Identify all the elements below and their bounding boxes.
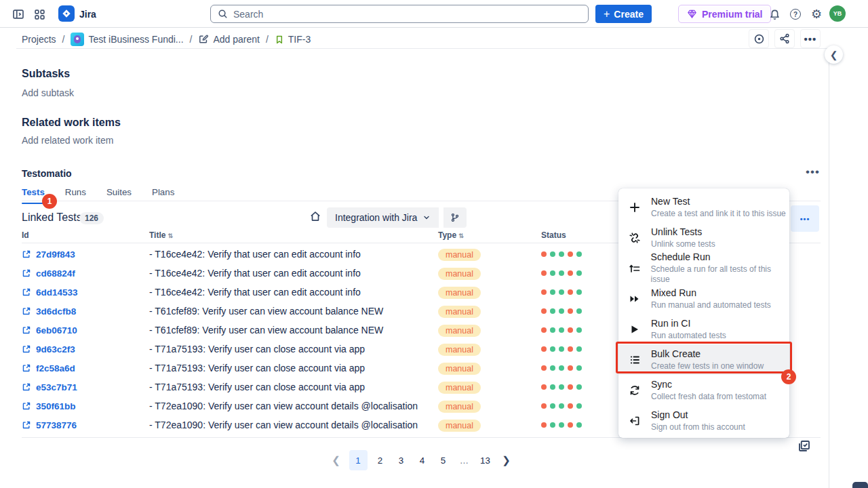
test-id-link[interactable]: 27d9f843 bbox=[22, 249, 149, 260]
menu-item-bulk-create[interactable]: Bulk CreateCreate few tests in one windo… bbox=[618, 344, 789, 375]
linked-tests-more-icon[interactable]: ••• bbox=[791, 205, 819, 232]
test-id-link[interactable]: e53c7b71 bbox=[22, 382, 149, 392]
pagination-page-2[interactable]: 2 bbox=[372, 450, 389, 470]
linked-tests-count-badge: 126 bbox=[79, 212, 104, 224]
settings-gear-icon[interactable]: ⚙ bbox=[809, 7, 824, 21]
test-id-link[interactable]: 6dd14533 bbox=[22, 287, 149, 298]
menu-item-title: Bulk Create bbox=[651, 348, 764, 360]
pagination: ❮12345…13❯ bbox=[22, 450, 821, 470]
tab-plans[interactable]: Plans bbox=[152, 187, 174, 204]
menu-item-new-test[interactable]: New TestCreate a test and link it it to … bbox=[618, 192, 789, 222]
project-selector-dropdown[interactable]: Integration with Jira bbox=[327, 207, 439, 228]
search-icon bbox=[218, 9, 228, 19]
menu-item-unlink-tests[interactable]: Unlink TestsUnlink some tests bbox=[618, 222, 789, 253]
menu-item-mixed-run[interactable]: Mixed RunRun manual and automated tests bbox=[618, 283, 789, 314]
breadcrumb-issue[interactable]: TIF-3 bbox=[275, 34, 311, 45]
create-button[interactable]: + Create bbox=[595, 5, 652, 23]
menu-item-subtitle: Unlink some tests bbox=[651, 239, 715, 249]
avatar[interactable]: YB bbox=[829, 5, 846, 22]
more-actions-icon[interactable]: ••• bbox=[800, 29, 821, 48]
premium-trial-button[interactable]: Premium trial bbox=[678, 5, 771, 23]
testomatio-actions-menu: New TestCreate a test and link it it to … bbox=[618, 188, 789, 438]
test-id-link[interactable]: 57738776 bbox=[22, 420, 149, 430]
status-dot-red bbox=[541, 346, 547, 352]
status-dot-green bbox=[550, 365, 555, 371]
menu-item-sign-out[interactable]: Sign OutSign out from this account bbox=[618, 405, 789, 436]
status-dot-red bbox=[568, 327, 573, 333]
external-link-icon bbox=[22, 287, 31, 297]
collapse-panel-chevron-icon[interactable]: ❮ bbox=[825, 45, 843, 64]
add-subtask-button[interactable]: Add subtask bbox=[22, 87, 74, 98]
breadcrumb-project[interactable]: Test iBusiness Fundi... bbox=[71, 33, 183, 46]
status-dot-green bbox=[576, 346, 582, 352]
breadcrumb-separator: / bbox=[190, 34, 193, 45]
search-input[interactable] bbox=[233, 9, 581, 20]
pagination-next-icon[interactable]: ❯ bbox=[498, 450, 515, 470]
share-icon[interactable] bbox=[774, 29, 795, 48]
menu-item-schedule-run[interactable]: Schedule RunSchedule a run for all tests… bbox=[618, 253, 789, 283]
app-switcher-icon[interactable] bbox=[32, 7, 47, 21]
menu-item-sync[interactable]: SyncCollect fresh data from testomat bbox=[618, 375, 789, 405]
sidebar-toggle-icon[interactable] bbox=[11, 7, 26, 21]
home-icon[interactable] bbox=[309, 210, 321, 222]
menu-item-title: Mixed Run bbox=[651, 287, 771, 299]
add-related-item-button[interactable]: Add related work item bbox=[22, 135, 113, 146]
test-id-link[interactable]: f2c58a6d bbox=[22, 363, 149, 373]
related-items-heading: Related work items bbox=[22, 117, 121, 129]
test-title: - T61cfef89: Verify user can view accoun… bbox=[149, 325, 438, 336]
type-badge: manual bbox=[438, 287, 481, 299]
watch-eye-icon[interactable] bbox=[749, 29, 769, 48]
status-dot-green bbox=[576, 308, 582, 314]
add-parent-button[interactable]: Add parent bbox=[198, 34, 260, 45]
app-name: Jira bbox=[79, 9, 96, 20]
pagination-prev-icon[interactable]: ❮ bbox=[328, 450, 344, 470]
testomatio-more-icon[interactable]: ••• bbox=[806, 165, 820, 179]
status-dot-green bbox=[559, 308, 564, 314]
external-link-icon bbox=[22, 401, 31, 411]
breadcrumb-projects[interactable]: Projects bbox=[22, 34, 56, 45]
menu-item-run-in-ci[interactable]: Run in CIRun automated tests bbox=[618, 314, 789, 344]
pagination-page-1[interactable]: 1 bbox=[349, 450, 368, 470]
column-header-title[interactable]: Title⇅ bbox=[149, 230, 438, 243]
tab-tests[interactable]: Tests bbox=[22, 187, 45, 204]
test-title: - T71a75193: Verify user can close accou… bbox=[149, 363, 438, 373]
status-dot-red bbox=[541, 308, 547, 314]
status-dot-red bbox=[541, 289, 547, 295]
status-dot-green bbox=[550, 270, 555, 276]
search-bar[interactable] bbox=[210, 5, 589, 23]
schedule-icon bbox=[628, 262, 642, 274]
tab-suites[interactable]: Suites bbox=[106, 187, 132, 204]
pagination-page-5[interactable]: 5 bbox=[435, 450, 452, 470]
pagination-page-13[interactable]: 13 bbox=[477, 450, 494, 470]
plus-icon: + bbox=[604, 9, 610, 20]
help-icon[interactable]: ? bbox=[788, 7, 803, 21]
menu-item-subtitle: Schedule a run for all tests of this iss… bbox=[651, 264, 789, 285]
column-header-type[interactable]: Type⇅ bbox=[438, 230, 541, 243]
type-badge: manual bbox=[438, 401, 481, 413]
multi-select-icon[interactable] bbox=[797, 439, 811, 453]
pagination-page-4[interactable]: 4 bbox=[414, 450, 431, 470]
test-id-link[interactable]: cd68824f bbox=[22, 268, 149, 279]
pagination-page-3[interactable]: 3 bbox=[393, 450, 410, 470]
linked-tests-label: Linked Tests bbox=[22, 211, 82, 224]
external-link-icon bbox=[22, 306, 31, 316]
plus-icon bbox=[628, 201, 642, 214]
status-dot-green bbox=[576, 403, 582, 409]
status-dot-red bbox=[541, 422, 547, 428]
annotation-badge-2: 2 bbox=[781, 369, 796, 384]
column-header-id[interactable]: Id bbox=[22, 230, 149, 243]
test-id-link[interactable]: 3d6dcfb8 bbox=[22, 306, 149, 317]
notifications-bell-icon[interactable] bbox=[767, 7, 782, 21]
test-id-link[interactable]: 9d63c2f3 bbox=[22, 344, 149, 354]
jira-logo-icon[interactable] bbox=[58, 5, 75, 22]
project-avatar bbox=[71, 33, 84, 46]
type-badge: manual bbox=[438, 249, 481, 261]
type-badge: manual bbox=[438, 325, 481, 337]
branch-icon[interactable] bbox=[442, 207, 467, 228]
unlink-icon bbox=[628, 232, 642, 244]
test-id-link[interactable]: 6eb06710 bbox=[22, 325, 149, 336]
test-id-link[interactable]: 350f61bb bbox=[22, 401, 149, 411]
tab-runs[interactable]: Runs bbox=[65, 187, 86, 204]
status-dot-green bbox=[559, 384, 564, 390]
status-dot-red bbox=[541, 251, 547, 257]
